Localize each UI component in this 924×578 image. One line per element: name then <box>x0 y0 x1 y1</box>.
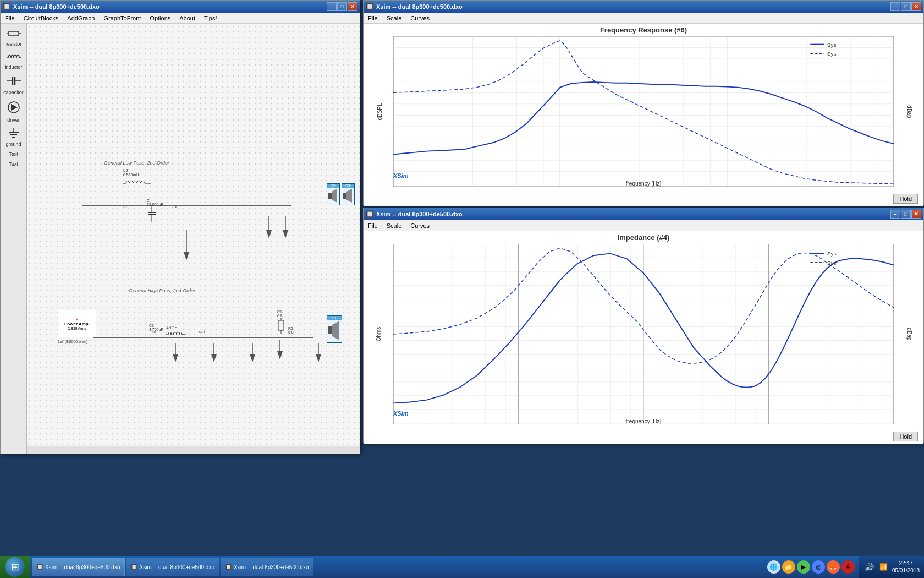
svg-rect-1 <box>9 31 19 36</box>
ground-label: ground <box>6 141 21 147</box>
imp-close-button[interactable]: ✕ <box>911 210 921 219</box>
svg-marker-24 <box>266 230 272 238</box>
freq-hold-button[interactable]: Hold <box>893 194 918 204</box>
taskbar-item-0-icon: 🔲 <box>37 564 43 570</box>
imp-icon: 🔲 <box>366 210 374 218</box>
svg-marker-30 <box>346 189 352 203</box>
tool-ground[interactable]: ground <box>2 125 26 149</box>
text2-label: Text <box>9 161 18 167</box>
freq-titlebar[interactable]: 🔲 Xsim -- dual 8p300+de500.dxo – □ ✕ <box>364 1 923 13</box>
imp-menu-file[interactable]: File <box>364 221 382 230</box>
menu-tips[interactable]: Tips! <box>200 14 221 23</box>
imp-title: Xsim -- dual 8p300+de500.dxo <box>376 211 890 217</box>
clock-time: 22:47 <box>892 560 920 567</box>
inductor-icon <box>6 51 22 63</box>
chrome-icon[interactable]: ◎ <box>812 560 825 574</box>
taskbar-item-0[interactable]: 🔲 Xsim -- dual 8p300+de500.dxo <box>32 558 125 576</box>
menu-file[interactable]: File <box>1 14 19 23</box>
taskbar-item-2[interactable]: 🔲 Xsim -- dual 8p300+de500.dxo <box>221 558 314 576</box>
svg-marker-26 <box>283 230 288 238</box>
imp-chart-title: Impedance (#4) <box>366 233 921 242</box>
imp-titlebar[interactable]: 🔲 Xsim -- dual 8p300+de500.dxo – □ ✕ <box>364 208 923 220</box>
freq-response-window: 🔲 Xsim -- dual 8p300+de500.dxo – □ ✕ Fil… <box>363 0 924 205</box>
capacitor-label: capacitor <box>3 90 24 95</box>
imp-y-left-label: Ohms <box>376 327 382 342</box>
menu-circuitblocks[interactable]: CircuitBlocks <box>19 14 63 23</box>
l2-name: L2 <box>123 168 151 173</box>
freq-menu-scale[interactable]: Scale <box>382 14 406 23</box>
in-hp-label: In <box>152 329 156 334</box>
freq-minimize-button[interactable]: – <box>890 2 900 11</box>
impedance-window: 🔲 Xsim -- dual 8p300+de500.dxo – □ ✕ Fil… <box>363 208 924 443</box>
freq-title: Xsim -- dual 8p300+de500.dxo <box>376 3 890 10</box>
circuit-title: Xsim -- dual 8p300+de500.dxo <box>13 3 327 10</box>
freq-x-axis-label: frequency [Hz] <box>626 181 661 187</box>
resistor-label: resistor <box>6 41 22 47</box>
ground-icon <box>6 127 22 140</box>
acrobat-icon[interactable]: A <box>842 560 855 574</box>
horizontal-scrollbar[interactable] <box>27 446 360 454</box>
media-icon[interactable]: ▶ <box>797 560 810 574</box>
freq-chart-svg: 120 115 110 105 100 95 90 85 80 75 70 65… <box>393 36 894 187</box>
imp-menu-scale[interactable]: Scale <box>382 221 406 230</box>
menu-about[interactable]: About <box>175 14 200 23</box>
freq-menu-file[interactable]: File <box>364 14 382 23</box>
freq-window-controls: – □ ✕ <box>890 2 921 11</box>
firefox-icon[interactable]: 🦊 <box>827 560 840 574</box>
in-label: In <box>123 204 127 209</box>
close-button[interactable]: ✕ <box>348 2 358 11</box>
tool-inductor[interactable]: inductor <box>2 49 26 72</box>
imp-maximize-button[interactable]: □ <box>901 210 911 219</box>
circuit-window-controls: – □ ✕ <box>327 2 358 11</box>
imp-menubar: File Scale Curves <box>364 220 923 231</box>
menu-options[interactable]: Options <box>145 14 175 23</box>
tool-capacitor[interactable]: capacitor <box>2 72 26 97</box>
circuit-window: 🔲 Xsim -- dual 8p300+de500.dxo – □ ✕ Fil… <box>0 0 360 454</box>
circuit-menubar: File CircuitBlocks AddGraph GraphToFront… <box>1 13 360 24</box>
freq-chart-title: Frequency Response (#6) <box>366 26 921 34</box>
network-icon[interactable]: 📶 <box>878 561 890 573</box>
tool-text2[interactable]: Text <box>2 159 26 169</box>
imp-hold-button[interactable]: Hold <box>893 432 918 441</box>
menu-graphtofront[interactable]: GraphToFront <box>99 14 145 23</box>
sidebar-tools: resistor inductor <box>1 24 27 454</box>
imp-y-right-label: dBap <box>906 328 912 340</box>
tool-text1[interactable]: Text <box>2 149 26 159</box>
freq-maximize-button[interactable]: □ <box>901 2 911 11</box>
svg-marker-28 <box>332 189 337 203</box>
imp-minimize-button[interactable]: – <box>890 210 900 219</box>
freq-close-button[interactable]: ✕ <box>911 2 921 11</box>
power-amp: + Power Amp. 2.828Vrms <box>58 310 96 337</box>
taskbar-item-2-icon: 🔲 <box>226 564 232 570</box>
driver-icon <box>6 100 22 116</box>
taskbar-tray: 🔊 📶 22:47 05/01/2018 <box>859 556 924 578</box>
imp-chart-svg: 24 22 20 18 16 14 12 10 8 6 4 2 0 90 60 <box>393 244 894 424</box>
ie-icon[interactable]: 🌐 <box>767 560 780 574</box>
freq-graph-content: Frequency Response (#6) dBSPL dBap <box>364 24 923 206</box>
imp-xsim-label: XSim <box>393 410 409 417</box>
text1-label: Text <box>9 151 18 157</box>
maximize-button[interactable]: □ <box>337 2 347 11</box>
out-hp-label: -out <box>197 329 205 334</box>
voltage-label: 2.828Vrms <box>68 326 86 330</box>
freq-icon: 🔲 <box>366 3 374 10</box>
power-amp-label: Power Amp. <box>64 321 90 326</box>
folder-icon[interactable]: 📁 <box>782 560 795 574</box>
s3-speaker: S3: <box>342 183 355 205</box>
circuit-icon: 🔲 <box>3 3 11 10</box>
tool-resistor[interactable]: resistor <box>2 26 26 49</box>
freq-xsim-label: XSim <box>393 172 409 179</box>
driver-label: driver <box>7 117 20 123</box>
freq-menu-curves[interactable]: Curves <box>406 14 434 23</box>
audio-icon[interactable]: 🔊 <box>864 561 876 573</box>
tool-driver[interactable]: driver <box>2 97 26 125</box>
circuit-titlebar[interactable]: 🔲 Xsim -- dual 8p300+de500.dxo – □ ✕ <box>1 1 360 13</box>
start-button[interactable]: ⊞ <box>0 556 30 578</box>
svg-rect-29 <box>343 193 346 199</box>
taskbar-item-1[interactable]: 🔲 Xsim -- dual 8p300+de500.dxo <box>126 558 219 576</box>
minimize-button[interactable]: – <box>327 2 337 11</box>
imp-menu-curves[interactable]: Curves <box>406 221 434 230</box>
menu-addgraph[interactable]: AddGraph <box>63 14 99 23</box>
l2-value: 0.560mH <box>123 173 151 177</box>
circuit-canvas[interactable]: General Low Pass, 2nd Order L2 0.560mH C… <box>27 24 360 446</box>
